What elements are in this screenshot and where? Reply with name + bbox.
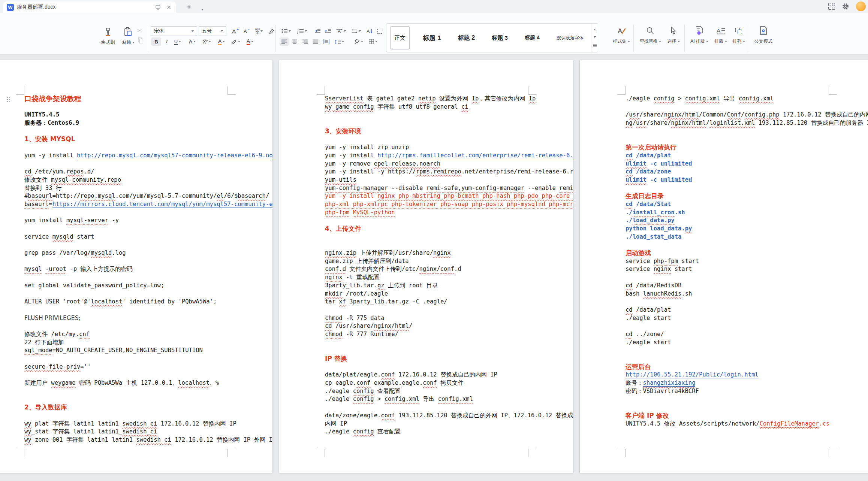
bullet-list-button[interactable] (280, 26, 292, 36)
font-name-select[interactable]: 宋体 (151, 26, 197, 36)
avatar[interactable] (856, 1, 866, 11)
style-gallery-scroll[interactable] (591, 24, 598, 52)
doc-line (626, 184, 868, 193)
gallery-expand-icon[interactable] (593, 44, 597, 47)
doc-line: ALTER USER 'root'@'localhost' identified… (24, 298, 273, 306)
borders-button[interactable] (367, 37, 379, 46)
cut-icon[interactable]: ✂ (137, 27, 142, 34)
style-item-heading3[interactable]: 标题 3 (488, 26, 512, 49)
svg-text:A: A (717, 27, 720, 34)
style-item-heading1[interactable]: 标题 1 (419, 26, 444, 49)
text-effects-pen-icon[interactable] (229, 37, 242, 46)
gallery-scroll-down-icon[interactable] (594, 36, 596, 38)
numbered-list-button[interactable]: 123 (295, 26, 309, 36)
decrease-font-icon[interactable]: A− (241, 26, 252, 36)
doc-line: yum -y remove epel-release.noarch (325, 160, 573, 168)
text-run: cd (325, 323, 332, 329)
align-right-button[interactable] (301, 37, 310, 46)
strikethrough-button[interactable]: A (186, 37, 199, 46)
gallery-scroll-up-icon[interactable] (594, 29, 596, 30)
decrease-indent-icon[interactable] (313, 26, 322, 36)
doc-line (626, 241, 868, 249)
style-item-default-font[interactable]: 默认段落字体 (553, 26, 587, 49)
align-left-button[interactable] (280, 37, 289, 46)
new-tab-icon[interactable] (184, 2, 193, 11)
style-item-heading4[interactable]: 标题 4 (521, 26, 543, 49)
bold-button[interactable]: B (151, 37, 161, 46)
page-1[interactable]: 口袋战争架设教程 UNITY5.4.5服务器：Centos6.9 1、安装 MY… (0, 60, 273, 473)
text-run: https://mirrors.cloud.tencent.com/mysql/… (52, 201, 273, 208)
workspace-icon[interactable] (828, 3, 835, 10)
doc-line: SserverList 表 gate1 gate2 netip 设置为外网 Ip… (325, 95, 573, 103)
doc-line (24, 257, 273, 266)
typeset-button[interactable]: A 排版 (712, 25, 729, 45)
style-set-icon: A (610, 25, 633, 36)
justify-button[interactable] (311, 37, 320, 46)
tab-list-chevron-icon[interactable] (201, 5, 204, 12)
style-item-normal[interactable]: 正文 (390, 26, 410, 49)
text-run: cd (626, 282, 633, 289)
text-run: lanuchRedis (643, 290, 682, 297)
multi-device-icon[interactable] (154, 3, 162, 11)
text-run: python load_data. (626, 225, 685, 232)
text-run: service (626, 266, 654, 272)
font-size-select[interactable]: 五号 (199, 26, 226, 36)
official-doc-mode-button[interactable]: 公文模式 (752, 25, 775, 45)
italic-button[interactable]: I (163, 37, 171, 46)
distribute-button[interactable] (322, 37, 331, 46)
paste-icon (119, 25, 137, 37)
text-run: 表 gate1 gate2 (364, 95, 418, 102)
doc-line: mkdir /root/.eagle (325, 290, 573, 298)
document-tab[interactable]: W 服务器部署.docx (3, 1, 176, 13)
svg-text:A: A (367, 28, 370, 34)
paragraph-drag-handle-icon[interactable] (7, 97, 11, 102)
format-painter-button[interactable]: 格式刷 (98, 25, 118, 46)
text-run: wy (24, 436, 31, 443)
text-run: .sh (681, 290, 692, 297)
doc-line (325, 339, 573, 347)
text-run: config.xml (385, 396, 419, 402)
text-run: cd (626, 201, 633, 208)
doc-line: wy_stat 字符集 latin1 latin1_swedish_ci (24, 428, 273, 436)
find-replace-button[interactable]: 查找替换 (637, 25, 663, 45)
superscript-button[interactable]: X² (200, 37, 214, 46)
text-run: localhost (178, 379, 210, 386)
doc-line: data/zone/eagle.conf 193.112.85.120 替换成自… (325, 412, 573, 420)
align-center-button[interactable] (290, 37, 299, 46)
font-color-button[interactable]: A (244, 37, 256, 46)
window-tab-bar: W 服务器部署.docx (0, 0, 868, 13)
highlight-color-button[interactable]: A (215, 37, 228, 46)
arrange-icon (730, 25, 747, 36)
style-set-label: 样式集 (613, 38, 627, 45)
ai-layout-button[interactable]: AI 排版 (687, 25, 711, 45)
text-run: -c unlimited (647, 160, 692, 167)
text-run: --enable (524, 185, 559, 191)
page-3[interactable]: ./eagle config > config.xml 导出 config.xm… (579, 60, 868, 473)
line-spacing-button[interactable] (333, 37, 346, 46)
increase-font-icon[interactable]: A+ (230, 26, 241, 36)
increase-indent-icon[interactable] (323, 26, 333, 36)
text-run: -t 重载配置 (343, 274, 380, 281)
clear-format-icon[interactable] (266, 26, 276, 36)
settings-icon[interactable] (842, 3, 849, 10)
doc-line: conf.d 文件夹内文件上传到/etc/nginx/conf.d (325, 265, 573, 273)
close-tab-icon[interactable] (165, 3, 172, 11)
style-set-button[interactable]: A 样式集 (610, 25, 633, 45)
underline-button[interactable]: U (172, 37, 184, 46)
pinyin-guide-icon[interactable]: wén文 (253, 26, 265, 36)
drop-cap-icon[interactable]: A (364, 26, 375, 36)
shading-button[interactable] (352, 37, 365, 46)
text-run: nginx (654, 266, 671, 272)
text-run: tar (325, 298, 339, 305)
text-run: 3、安装环境 (325, 127, 361, 135)
cjk-layout-button[interactable] (349, 26, 363, 36)
copy-icon[interactable] (138, 37, 144, 43)
select-button[interactable]: 选择 (664, 25, 683, 45)
style-item-heading2[interactable]: 标题 2 (454, 26, 479, 49)
text-direction-button[interactable]: A (334, 26, 348, 36)
paste-button[interactable]: 粘贴 (119, 25, 137, 46)
doc-line: game.zip 上传并解压到/data (325, 257, 573, 266)
page-2[interactable]: SserverList 表 gate1 gate2 netip 设置为外网 Ip… (279, 60, 573, 473)
arrange-button[interactable]: 排列 (730, 25, 747, 45)
character-border-icon[interactable] (376, 26, 384, 36)
